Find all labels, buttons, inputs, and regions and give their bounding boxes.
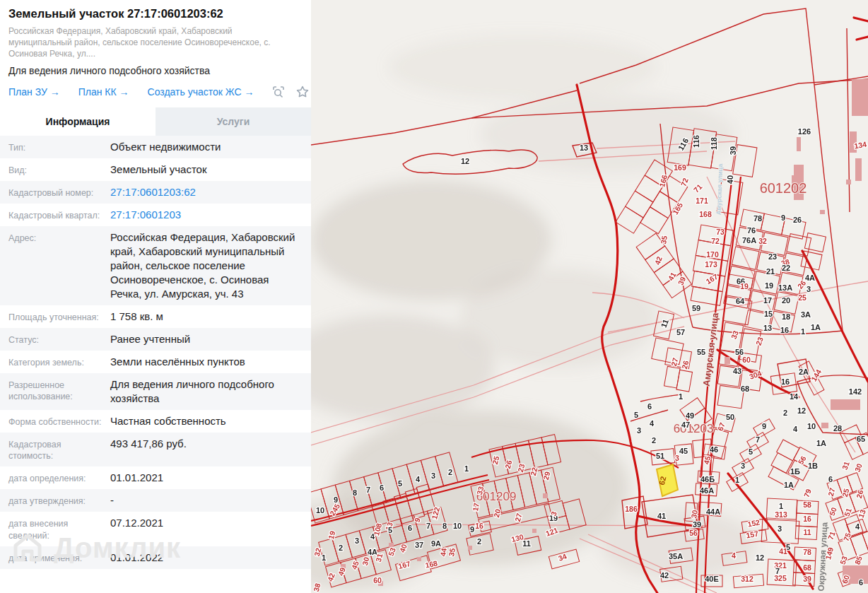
parcel-number-label: 312: [741, 575, 753, 583]
parcel-number-label: 41: [657, 512, 666, 520]
parcel-number-label: 19: [740, 282, 749, 290]
page-title: Земельный участок 27:17:0601203:62: [8, 7, 303, 20]
attribute-label: дата определения:: [8, 471, 107, 485]
attribute-row: Кадастровый номер:27:17:0601203:62: [0, 181, 311, 204]
parcel-number-label: 116: [692, 135, 700, 148]
parcel-number-label: 26: [793, 216, 802, 224]
tab-информация[interactable]: Информация: [0, 107, 156, 136]
parcel-number-label: 32: [758, 237, 767, 245]
plan-link-1[interactable]: План КК →: [78, 86, 129, 98]
parcel-number-label: 12: [461, 157, 469, 165]
parcel-number-label: 56: [689, 529, 698, 537]
attribute-label: Кадастровая стоимость:: [8, 437, 107, 463]
attribute-row: Тип:Объект недвижимости: [0, 136, 311, 158]
parcel-number-label: 44А: [706, 507, 720, 516]
parcel-number-label: 3: [807, 285, 811, 293]
attribute-value: Земельный участок: [107, 163, 303, 177]
parcel-address-subtitle: Российская Федерация, Хабаровский край, …: [8, 25, 291, 60]
parcel-number-label: 41: [779, 547, 787, 556]
parcel-number-label: 5: [634, 411, 638, 419]
attribute-label: Адрес:: [8, 230, 107, 301]
parcel-number-label: 30: [689, 509, 699, 519]
parcel-number-label: 4: [793, 425, 798, 433]
plan-link-2[interactable]: Создать участок ЖС →: [148, 86, 254, 98]
parcel-info-panel: Земельный участок 27:17:0601203:62 Росси…: [0, 0, 311, 593]
attribute-row: дата применения:01.01.2022: [0, 546, 311, 569]
parcel-number-label: 17: [471, 502, 481, 512]
parcel-number-label: 1А: [816, 439, 826, 447]
attribute-label: Статус:: [8, 332, 107, 346]
attribute-label: Форма собственности:: [8, 414, 107, 428]
attribute-label: Разрешенное использование:: [8, 377, 107, 406]
attribute-value[interactable]: 27:17:0601203: [107, 208, 303, 222]
preview-document-icon[interactable]: [271, 85, 286, 99]
attribute-label: Кадастровый номер:: [8, 185, 107, 199]
parcel-number-label: 2: [477, 537, 481, 546]
parcel-number-label: 168: [699, 210, 712, 218]
parcel-number-label: 39: [693, 520, 701, 529]
parcel-number-label: 3: [431, 471, 435, 480]
quarter-number-label: 601202: [760, 180, 807, 196]
tab-услуги[interactable]: Услуги: [156, 107, 311, 136]
parcel-number-label: 9А: [431, 539, 441, 548]
attribute-value: 1 758 кв. м: [107, 310, 303, 324]
parcel-number-label: 12: [756, 553, 764, 562]
parcel-number-label: 3: [355, 536, 359, 545]
parcel-number-label: 8: [442, 522, 447, 530]
parcel-number-label: 15: [764, 310, 773, 318]
attribute-value: 07.12.2021: [107, 516, 303, 542]
parcel-number-label: 50: [726, 413, 734, 421]
attribute-row: Разрешенное использование:Для ведения ли…: [0, 373, 311, 410]
parcel-number-label: 14: [790, 392, 799, 401]
attribute-row: дата внесения сведений:07.12.2021: [0, 512, 311, 546]
action-links-row: План ЗУ →План КК →Создать участок ЖС →: [8, 83, 303, 107]
parcel-number-label: 46Б: [700, 475, 715, 483]
parcel-number-label: 60: [373, 576, 382, 585]
attribute-value[interactable]: 27:17:0601203:62: [107, 185, 303, 199]
parcel-number-label: 19: [765, 281, 773, 290]
parcel-number-label: 76А: [742, 236, 756, 245]
parcel-number-label: 16: [780, 326, 789, 334]
attribute-label: Вид:: [8, 163, 107, 177]
parcel-number-label: 2А: [799, 368, 809, 376]
parcel-number-label: 76: [747, 226, 756, 235]
attribute-value: Для ведения личного подсобного хозяйства: [107, 377, 303, 406]
star-favorite-icon[interactable]: [295, 85, 310, 99]
attribute-label: Площадь уточненная:: [8, 310, 107, 324]
parcel-number-label: 49: [686, 411, 694, 420]
attribute-row: Кадастровый квартал:27:17:0601203: [0, 204, 311, 226]
parcel-number-label: 25: [798, 293, 807, 302]
parcel-number-label: 46: [710, 445, 718, 454]
attribute-label: дата применения:: [8, 551, 107, 565]
attribute-value: Российская Федерация, Хабаровский край, …: [107, 230, 303, 301]
attribute-row: Кадастровая стоимость:493 417,86 руб.: [0, 433, 311, 467]
parcel-number-label: 11: [803, 528, 811, 536]
parcel-number-label: 1: [779, 502, 783, 510]
cadastral-map[interactable]: 601202601203601209 Амурская улицаОкружна…: [311, 0, 868, 593]
attribute-row: Категория земель:Земли населённых пункто…: [0, 351, 311, 373]
parcel-number-label: 5: [749, 447, 753, 456]
tab-bar: ИнформацияУслуги: [0, 107, 311, 136]
parcel-number-label: 68: [803, 563, 811, 572]
parcel-number-label: 16: [475, 522, 483, 530]
parcel-number-label: 22: [782, 264, 790, 272]
parcel-number-label: 4: [732, 551, 736, 560]
quarter-number-label: 601203: [674, 422, 714, 435]
parcel-number-label: 118: [710, 137, 718, 150]
attribute-row: Площадь уточненная:1 758 кв. м: [0, 305, 311, 328]
parcel-number-label: 42: [660, 571, 669, 580]
parcel-number-label: 23: [768, 252, 777, 261]
parcel-number-label: 72: [711, 237, 720, 245]
parcel-number-label: 57: [676, 328, 685, 336]
attribute-value: Объект недвижимости: [107, 140, 303, 154]
attribute-label: Кадастровый квартал:: [8, 208, 107, 222]
panel-header: Земельный участок 27:17:0601203:62 Росси…: [0, 0, 311, 107]
attribute-value: -: [107, 493, 303, 507]
attribute-value: 493 417,86 руб.: [107, 437, 303, 463]
plan-link-0[interactable]: План ЗУ →: [8, 86, 60, 98]
parcel-number-label: 10: [453, 522, 462, 530]
parcel-number-label: 4: [855, 522, 860, 531]
parcel-number-label: 68: [741, 384, 749, 393]
parcel-number-label: 9: [762, 422, 766, 430]
parcel-number-label: 16: [781, 377, 790, 386]
